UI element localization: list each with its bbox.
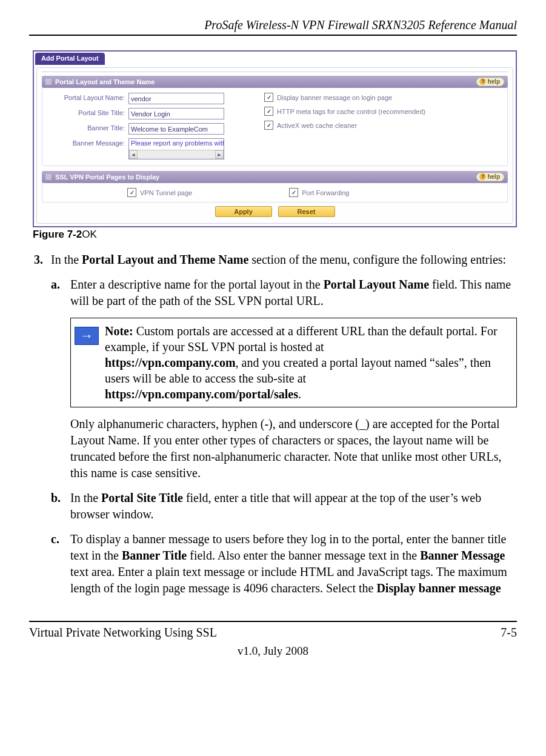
input-portal-site-title[interactable] xyxy=(128,108,224,119)
footer-section: Virtual Private Networking Using SSL xyxy=(29,626,217,640)
grip-icon xyxy=(45,174,52,180)
footer-rule xyxy=(29,621,517,622)
checkbox-vpn-tunnel[interactable]: ✓ xyxy=(127,188,136,197)
help-link-2[interactable]: ?help xyxy=(476,173,504,181)
note-box: → Note: Custom portals are accessed at a… xyxy=(70,318,517,407)
scroll-right-icon[interactable]: ► xyxy=(215,150,224,159)
checkbox-activex-label: ActiveX web cache cleaner xyxy=(277,122,357,129)
step-3c: c. To display a banner message to users … xyxy=(70,531,517,597)
section1-title: Portal Layout and Theme Name xyxy=(55,78,155,85)
label-portal-site-title: Portal Site Title: xyxy=(46,108,128,116)
apply-button[interactable]: Apply xyxy=(215,206,272,217)
checkbox-http-meta[interactable]: ✓ xyxy=(264,107,273,116)
section-ssl-vpn-pages: SSL VPN Portal Pages to Display ?help xyxy=(42,171,508,183)
label-portal-layout-name: Portal Layout Name: xyxy=(46,93,128,101)
checkbox-display-banner[interactable]: ✓ xyxy=(264,93,273,102)
footer-version: v1.0, July 2008 xyxy=(29,644,517,658)
checkbox-display-banner-label: Display banner message on login page xyxy=(277,94,392,101)
doc-header-title: ProSafe Wireless-N VPN Firewall SRXN3205… xyxy=(29,18,517,32)
checkbox-http-meta-label: HTTP meta tags for cache control (recomm… xyxy=(277,108,425,115)
checkbox-port-forwarding[interactable]: ✓ xyxy=(289,188,298,197)
grip-icon xyxy=(45,79,52,85)
step-3a: a. Enter a descriptive name for the port… xyxy=(70,276,517,481)
tab-add-portal-layout[interactable]: Add Portal Layout xyxy=(35,53,105,65)
help-link-1[interactable]: ?help xyxy=(476,78,504,86)
checkbox-port-forwarding-label: Port Forwarding xyxy=(302,189,349,196)
label-banner-title: Banner Title: xyxy=(46,123,128,132)
figure-caption: Figure 7-2OK xyxy=(33,229,517,241)
header-rule xyxy=(29,35,517,36)
section-portal-layout-theme: Portal Layout and Theme Name ?help xyxy=(42,76,508,88)
help-icon: ? xyxy=(479,78,486,85)
textarea-banner-message[interactable]: Please report any problems with ◄ ► xyxy=(128,138,224,159)
checkbox-activex[interactable]: ✓ xyxy=(264,121,273,130)
step-3a-tail: Only alphanumeric characters, hyphen (-)… xyxy=(70,417,501,480)
screenshot-panel: Add Portal Layout Portal Layout and Them… xyxy=(33,50,517,227)
scroll-left-icon[interactable]: ◄ xyxy=(129,150,138,159)
input-portal-layout-name[interactable] xyxy=(128,93,224,104)
section2-title: SSL VPN Portal Pages to Display xyxy=(55,173,159,181)
footer-page-number: 7-5 xyxy=(501,626,517,640)
note-arrow-icon: → xyxy=(75,327,99,345)
step-3: In the Portal Layout and Theme Name sect… xyxy=(46,252,517,597)
help-icon: ? xyxy=(479,173,486,180)
reset-button[interactable]: Reset xyxy=(278,206,335,217)
label-banner-message: Banner Message: xyxy=(46,138,128,147)
checkbox-vpn-tunnel-label: VPN Tunnel page xyxy=(140,189,192,196)
step-3b: b. In the Portal Site Title field, enter… xyxy=(70,490,517,523)
input-banner-title[interactable] xyxy=(128,123,224,135)
hscrollbar[interactable]: ◄ ► xyxy=(129,150,224,159)
